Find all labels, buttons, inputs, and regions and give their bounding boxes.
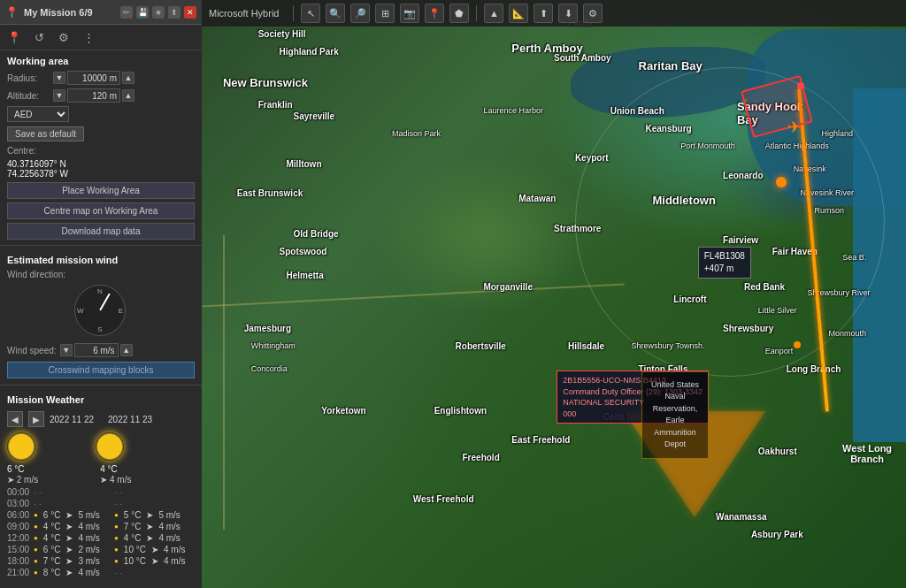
map-label-laurence-harbor: Laurence Harbor [483, 106, 543, 115]
hourly-row-18:00: 18:00 ●7 °C➤3 m/s ●10 °C➤4 m/s [0, 555, 202, 567]
drone-marker: ✈ [787, 118, 801, 137]
panel-title: My Mission 6/9 [24, 7, 115, 18]
weather-next-button[interactable]: ▶ [28, 411, 44, 427]
hourly-time-5: 15:00 [7, 545, 34, 554]
radius-label: Radius: [7, 73, 50, 83]
road-vertical [223, 235, 225, 530]
altitude-down-btn[interactable]: ▼ [53, 89, 65, 102]
radius-down-btn[interactable]: ▼ [53, 72, 65, 84]
save-default-button[interactable]: Save as default [7, 126, 84, 141]
map-label-sayreville: Sayreville [293, 111, 334, 121]
hourly-vals2-7: - - [114, 568, 195, 577]
download-map-button[interactable]: Download map data [7, 223, 195, 240]
weather-col-2: 4 °C ➤ 4 m/s [100, 464, 131, 485]
centre-row: Centre: [0, 144, 202, 157]
hourly-time-3: 09:00 [7, 522, 34, 531]
zoom-in-tool[interactable]: 🔍 [326, 4, 345, 23]
share-icon[interactable]: ⬆ [168, 6, 180, 19]
weather-nav: ◀ ▶ 2022 11 22 2022 11 23 [0, 408, 202, 431]
weather-header: Mission Weather [0, 389, 202, 408]
map-label-old-bridge: Old Bridge [293, 229, 338, 239]
hourly-vals1-4: ●4 °C➤4 m/s [34, 533, 114, 543]
cursor-tool[interactable]: ↖ [301, 4, 320, 23]
map-label-matawan: Matawan [518, 194, 556, 203]
map-label-freehold: Freehold [463, 453, 500, 462]
star-icon[interactable]: ★ [152, 6, 165, 19]
naval-line6: Depot [651, 439, 699, 451]
altitude-row: Altitude: ▼ ▲ [0, 87, 202, 104]
weather-prev-button[interactable]: ◀ [7, 411, 23, 427]
map-label-society-hill: Society Hill [258, 29, 306, 39]
wind-arrow-2: ➤ [100, 475, 107, 485]
edit-icon[interactable]: ✏ [120, 6, 133, 19]
elevation-tool[interactable]: ▲ [484, 4, 503, 23]
settings-icon[interactable]: ⚙ [55, 28, 73, 46]
map-label-east-brunswick: East Brunswick [237, 188, 303, 198]
weather-wind1: ➤ 2 m/s [7, 475, 38, 485]
map-label-whittingham: Whittingham [251, 341, 296, 350]
crosswind-button[interactable]: Crosswind mapping blocks [7, 362, 195, 378]
hourly-time-1: 03:00 [7, 499, 34, 508]
layers-tool[interactable]: ⊞ [375, 4, 395, 23]
radius-input[interactable] [67, 71, 120, 85]
left-panel: 📍 My Mission 6/9 ✏ 💾 ★ ⬆ ✕ 📍 ↺ ⚙ ⋮ Worki… [0, 0, 202, 588]
latitude-value: 40.3716097° N [7, 159, 195, 169]
naval-line5: Ammunition [651, 427, 699, 439]
measure-tool[interactable]: 📐 [509, 4, 528, 23]
arrow-up-tool[interactable]: ⬆ [534, 4, 553, 23]
weather-date1: 2022 11 22 [50, 415, 94, 424]
wind-speed-down-btn[interactable]: ▼ [60, 344, 73, 356]
save-icon[interactable]: 💾 [136, 6, 149, 19]
menu-icon[interactable]: ⋮ [80, 28, 97, 46]
hourly-time-2: 06:00 [7, 510, 34, 520]
camera-tool[interactable]: 📷 [400, 4, 419, 23]
hourly-row-03:00: 03:00 - - - - [0, 498, 202, 509]
hourly-row-12:00: 12:00 ●4 °C➤4 m/s ●4 °C➤4 m/s [0, 532, 202, 544]
wind-speed-row: Wind speed: ▼ ▲ [0, 341, 202, 359]
hourly-vals2-5: ●10 °C➤4 m/s [114, 545, 195, 554]
location-icon[interactable]: 📍 [5, 28, 23, 46]
naval-label-box: United States Naval Reservation, Earle A… [641, 371, 709, 459]
hourly-time-6: 18:00 [7, 556, 34, 566]
weather-temp2: 4 °C [100, 464, 131, 474]
altitude-up-btn[interactable]: ▲ [122, 89, 134, 102]
altitude-input[interactable] [67, 88, 120, 103]
polygon-tool[interactable]: ⬟ [449, 4, 469, 23]
hourly-container: 00:00 - - - - 03:00 - - - - 06:00 ●6 °C➤… [0, 486, 202, 578]
zoom-out-tool[interactable]: 🔎 [350, 4, 370, 23]
close-icon[interactable]: ✕ [184, 6, 196, 19]
title-bar: 📍 My Mission 6/9 ✏ 💾 ★ ⬆ ✕ [0, 0, 202, 25]
map-label-morganville: Morganville [483, 282, 533, 292]
map-label-west-freehold: West Freehold [413, 494, 474, 504]
wind-speed-label: Wind speed: [7, 346, 57, 355]
arrow-down-tool[interactable]: ⬇ [558, 4, 578, 23]
mission-icon: 📍 [5, 6, 19, 19]
map-label-spotswood: Spotswood [280, 247, 327, 256]
weather-date2: 2022 11 23 [108, 415, 152, 424]
map-area[interactable]: Microsoft Hybrid ↖ 🔍 🔎 ⊞ 📷 📍 ⬟ ▲ 📐 ⬆ ⬇ ⚙… [202, 0, 906, 588]
centre-map-button[interactable]: Centre map on Working Area [7, 202, 195, 219]
radius-up-btn[interactable]: ▲ [122, 72, 134, 84]
map-label-asbury-park: Asbury Park [751, 530, 803, 539]
map-label-long-branch: Long Branch [787, 364, 841, 374]
pin-tool[interactable]: 📍 [425, 4, 444, 23]
place-working-area-button[interactable]: Place Working Area [7, 182, 195, 199]
unit-select[interactable]: AED MSL [7, 106, 69, 122]
wind-speed-up-btn[interactable]: ▲ [120, 344, 133, 356]
wind-speed-input[interactable] [74, 343, 119, 357]
map-label-hillsdale: Hillsdale [568, 341, 604, 351]
hourly-vals2-3: ●7 °C➤4 m/s [114, 522, 195, 531]
altitude-label: Altitude: [7, 91, 50, 101]
map-label-helmetta: Helmetta [287, 271, 324, 280]
naval-line1: United States [651, 379, 699, 392]
wind-direction-label: Wind direction: [7, 270, 65, 279]
hourly-row-00:00: 00:00 - - - - [0, 486, 202, 498]
map-label-concordia: Concordia [251, 364, 288, 373]
wind-section: Estimated mission wind Wind direction: N… [0, 249, 202, 381]
naval-line4: Earle [651, 415, 699, 427]
map-label-east-freehold: East Freehold [511, 435, 570, 445]
icon-toolbar: 📍 ↺ ⚙ ⋮ [0, 25, 202, 50]
map-label-madison-park: Madison Park [392, 129, 441, 138]
reset-icon[interactable]: ↺ [30, 28, 48, 46]
map-settings-tool[interactable]: ⚙ [583, 4, 603, 23]
